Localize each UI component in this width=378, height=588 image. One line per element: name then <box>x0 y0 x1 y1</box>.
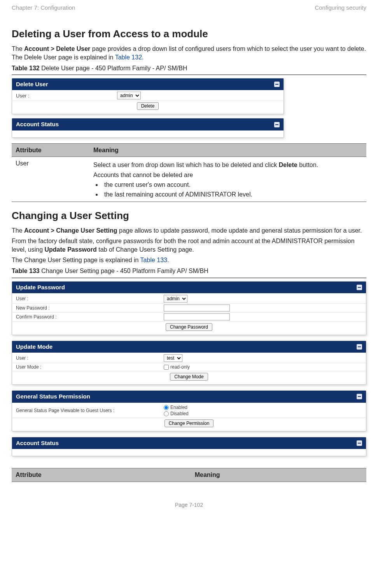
panel-title: General Status Permission <box>16 393 90 400</box>
collapse-icon[interactable] <box>357 394 362 399</box>
panel-title: Account Status <box>16 120 59 128</box>
panel-title: Delete User <box>16 80 48 88</box>
field-user: User : admin <box>12 91 284 101</box>
panel-delete-user-header: Delete User <box>12 78 284 90</box>
readonly-label: read-only <box>170 364 190 370</box>
table-132: Attribute Meaning User Select a user fro… <box>12 143 366 202</box>
panel-title: Account Status <box>16 439 59 447</box>
rule <box>12 75 366 75</box>
select-user[interactable]: admin <box>117 92 141 99</box>
list-item: the last remaining account of ADMINISTRA… <box>102 190 362 199</box>
change-p1: The Account > Change User Setting page a… <box>12 226 366 235</box>
label-confirm-password: Confirm Password : <box>16 314 164 320</box>
panel-general-status-header: General Status Permission <box>12 391 366 402</box>
label-user-mode: User Mode : <box>16 364 164 370</box>
panel-title: Update Mode <box>16 343 52 351</box>
list-item: the current user's own account. <box>102 181 362 189</box>
th-meaning: Meaning <box>89 143 366 157</box>
collapse-icon[interactable] <box>357 440 362 446</box>
table-133: Attribute Meaning <box>12 468 366 482</box>
checkbox-readonly[interactable] <box>164 365 169 370</box>
collapse-icon[interactable] <box>274 122 280 127</box>
link-table-133[interactable]: Table 133. <box>140 257 169 263</box>
collapse-icon[interactable] <box>357 285 362 290</box>
select-user-mode[interactable]: test <box>164 354 182 362</box>
delete-button[interactable]: Delete <box>137 102 159 110</box>
collapse-icon[interactable] <box>274 82 280 87</box>
label-user: User : <box>16 92 117 99</box>
label-user: User : <box>16 296 164 302</box>
enabled-label: Enabled <box>170 405 187 410</box>
cell-meaning: Select a user from drop down list which … <box>89 157 366 202</box>
page-header: Chapter 7: Configuration Configuring sec… <box>12 4 366 12</box>
select-user[interactable]: admin <box>164 295 187 303</box>
table-132-caption: Table 132 Delete User page - 450 Platfor… <box>12 64 366 73</box>
page-number: Page 7-102 <box>12 501 366 509</box>
label-general-status: General Status Page Viewable to Guest Us… <box>16 407 164 414</box>
section-label: Configuring security <box>315 4 366 12</box>
th-meaning: Meaning <box>191 468 366 482</box>
screenshot-delete-user: Delete User User : admin Delete <box>12 78 284 114</box>
th-attribute: Attribute <box>12 143 89 157</box>
radio-disabled[interactable] <box>164 411 169 416</box>
heading-changing-user-setting: Changing a User Setting <box>12 209 366 223</box>
panel-account-status-header: Account Status <box>12 118 284 130</box>
label-user: User : <box>16 355 164 361</box>
intro-paragraph-1: The Account > Delete User page provides … <box>12 45 366 61</box>
chapter-label: Chapter 7: Configuration <box>12 4 75 12</box>
table-133-caption: Table 133 Change User Setting page - 450… <box>12 267 366 275</box>
input-confirm-password[interactable] <box>164 313 230 320</box>
change-permission-button[interactable]: Change Permission <box>164 419 214 427</box>
th-attribute: Attribute <box>12 468 191 482</box>
collapse-icon[interactable] <box>357 344 362 350</box>
change-p2: From the factory default state, configur… <box>12 237 366 254</box>
disabled-label: Disabled <box>170 411 189 416</box>
input-new-password[interactable] <box>164 304 230 311</box>
panel-title: Update Password <box>16 284 65 291</box>
rule <box>12 278 366 278</box>
change-password-button[interactable]: Change Password <box>166 323 212 331</box>
link-table-132[interactable]: Table 132. <box>115 54 144 61</box>
radio-enabled[interactable] <box>164 405 169 410</box>
panel-account-status-header-2: Account Status <box>12 437 366 449</box>
cell-attribute: User <box>12 157 89 202</box>
screenshot-change-user-setting: Update Password User : admin New Passwor… <box>12 281 366 457</box>
table-row: User Select a user from drop down list w… <box>12 157 366 202</box>
panel-update-password-header: Update Password <box>12 282 366 293</box>
change-mode-button[interactable]: Change Mode <box>170 373 208 381</box>
panel-update-mode-header: Update Mode <box>12 341 366 353</box>
screenshot-account-status-1: Account Status <box>12 118 284 137</box>
label-new-password: New Password : <box>16 305 164 311</box>
change-p3: The Change User Setting page is explaine… <box>12 256 366 264</box>
heading-deleting-user: Deleting a User from Access to a module <box>12 27 366 41</box>
